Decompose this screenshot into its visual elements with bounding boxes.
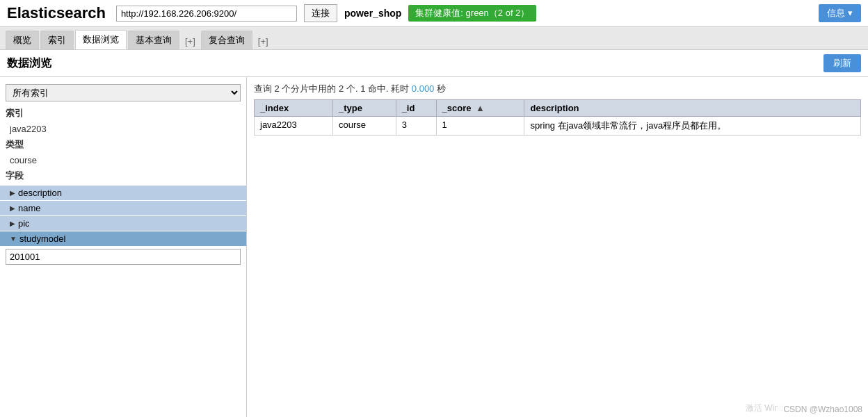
cell-type: course (332, 117, 396, 136)
field-label-name: name (18, 203, 41, 213)
sort-icon: ▲ (476, 103, 485, 113)
description-arrow: ▶ (10, 189, 15, 197)
tab-overview[interactable]: 概览 (6, 31, 39, 49)
col-type[interactable]: _type (332, 100, 396, 117)
compound-query-add[interactable]: [+] (254, 33, 273, 49)
cluster-name: power_shop (344, 8, 401, 19)
col-index[interactable]: _index (255, 100, 333, 117)
page-header: 数据浏览 刷新 (0, 50, 868, 77)
info-button[interactable]: 信息 ▾ (819, 4, 861, 22)
tab-index[interactable]: 索引 (40, 31, 74, 49)
index-select[interactable]: 所有索引 (6, 84, 241, 101)
tab-compound-query[interactable]: 复合查询 (201, 31, 252, 49)
cell-id: 3 (396, 117, 436, 136)
app-title: Elasticsearch (7, 4, 106, 22)
main-layout: 所有索引 索引 java2203 类型 course 字段 ▶ descript… (0, 77, 868, 417)
col-score[interactable]: _score ▲ (436, 100, 524, 117)
results-table: _index _type _id _score ▲ description ja… (254, 99, 861, 136)
sidebar: 所有索引 索引 java2203 类型 course 字段 ▶ descript… (0, 77, 247, 417)
health-badge: 集群健康值: green（2 of 2） (408, 5, 536, 22)
connect-button[interactable]: 连接 (304, 4, 337, 22)
index-section-label: 索引 (0, 104, 246, 122)
pic-arrow: ▶ (10, 220, 15, 227)
url-input[interactable] (116, 6, 297, 22)
tab-data-browse[interactable]: 数据浏览 (75, 30, 127, 49)
page-title: 数据浏览 (7, 56, 51, 71)
studymodel-arrow: ▼ (10, 235, 17, 243)
field-item-pic[interactable]: ▶ pic (0, 215, 246, 231)
cell-score: 1 (436, 117, 524, 136)
tab-basic-query[interactable]: 基本查询 (128, 31, 179, 49)
cell-description: spring 在java领域非常流行，java程序员都在用。 (524, 117, 861, 136)
col-description[interactable]: description (524, 100, 861, 117)
field-value-input[interactable] (6, 249, 241, 265)
results-summary: 查询 2 个分片中用的 2 个. 1 命中. 耗时 0.000 秒 (254, 83, 861, 95)
field-label-studymodel: studymodel (19, 234, 65, 244)
type-value: course (0, 154, 246, 167)
col-id[interactable]: _id (396, 100, 436, 117)
results-area: 查询 2 个分片中用的 2 个. 1 命中. 耗时 0.000 秒 _index… (247, 77, 868, 417)
field-label-description: description (18, 188, 62, 198)
index-value: java2203 (0, 122, 246, 136)
field-label-pic: pic (18, 218, 30, 229)
nav-tabs: 概览 索引 数据浏览 基本查询 [+] 复合查询 [+] (0, 27, 868, 50)
field-item-studymodel[interactable]: ▼ studymodel (0, 231, 246, 246)
table-header-row: _index _type _id _score ▲ description (255, 100, 861, 117)
field-item-description[interactable]: ▶ description (0, 185, 246, 200)
type-section-label: 类型 (0, 136, 246, 154)
credit: CSDN @Wzhao1008 (778, 402, 868, 417)
refresh-button[interactable]: 刷新 (823, 54, 861, 72)
field-section-label: 字段 (0, 167, 246, 185)
content-area: 数据浏览 刷新 所有索引 索引 java2203 类型 course 字段 ▶ … (0, 50, 868, 417)
cell-index: java2203 (255, 117, 333, 136)
table-row: java2203 course 3 1 spring 在java领域非常流行，j… (255, 117, 861, 136)
name-arrow: ▶ (10, 204, 15, 212)
query-time: 0.000 (412, 83, 435, 94)
header: Elasticsearch 连接 power_shop 集群健康值: green… (0, 0, 868, 27)
field-item-name[interactable]: ▶ name (0, 200, 246, 215)
basic-query-add[interactable]: [+] (181, 33, 200, 49)
